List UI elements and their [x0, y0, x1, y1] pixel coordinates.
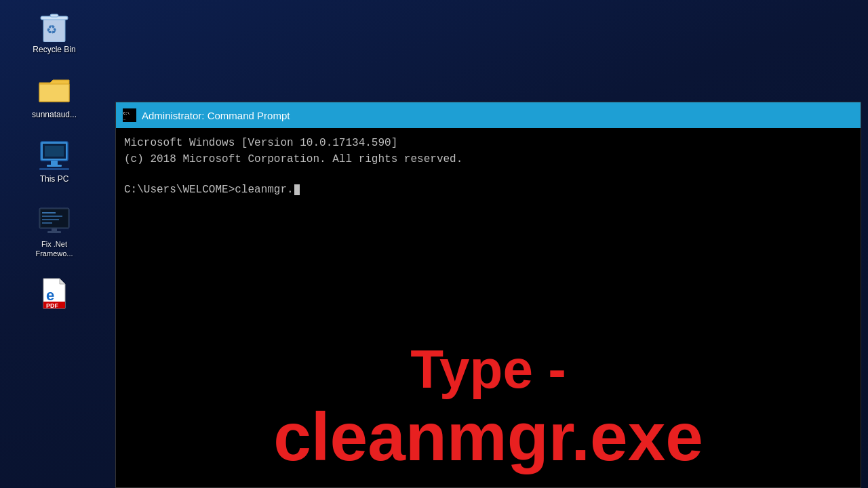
- svg-rect-8: [45, 146, 64, 157]
- recycle-bin-label: Recycle Bin: [33, 45, 75, 56]
- cmd-window-icon: C:\ _: [123, 108, 136, 122]
- svg-rect-11: [41, 209, 68, 227]
- cmd-line-3: [124, 167, 852, 184]
- fix-net-label: Fix .Net Framewo...: [26, 239, 82, 259]
- svg-rect-2: [50, 14, 58, 17]
- cmd-body[interactable]: Microsoft Windows [Version 10.0.17134.59…: [116, 128, 861, 487]
- this-pc-icon[interactable]: This PC: [24, 136, 85, 188]
- recycle-bin-icon[interactable]: ♻ Recycle Bin: [24, 7, 85, 58]
- svg-rect-7: [47, 165, 62, 167]
- ie-pdf-image: e PDF: [38, 277, 71, 310]
- cmd-line-1: Microsoft Windows [Version 10.0.17134.59…: [124, 135, 852, 151]
- fix-net-image: [38, 204, 71, 237]
- cmd-cursor: [294, 184, 300, 195]
- cmd-line-2: (c) 2018 Microsoft Corporation. All righ…: [124, 151, 852, 167]
- cmd-titlebar[interactable]: C:\ _ Administrator: Command Prompt: [116, 102, 861, 128]
- svg-rect-9: [39, 168, 69, 170]
- desktop-icon-area: ♻ Recycle Bin sunnataud...: [0, 0, 108, 488]
- folder-label: sunnataud...: [32, 110, 77, 121]
- svg-text:e: e: [46, 287, 54, 304]
- svg-rect-13: [42, 216, 62, 217]
- folder-image: [38, 75, 71, 107]
- overlay-container: Type - cleanmgr.exe: [116, 340, 861, 474]
- svg-rect-15: [42, 222, 52, 224]
- this-pc-label: This PC: [40, 174, 69, 185]
- recycle-bin-image: ♻: [38, 9, 71, 42]
- svg-rect-16: [52, 228, 57, 231]
- svg-rect-6: [51, 161, 58, 165]
- this-pc-image: [38, 139, 71, 171]
- svg-text:C:\: C:\: [123, 112, 130, 116]
- folder-icon[interactable]: sunnataud...: [24, 72, 85, 123]
- svg-rect-17: [47, 231, 61, 233]
- desktop: ♻ Recycle Bin sunnataud...: [0, 0, 868, 488]
- cmd-title-text: Administrator: Command Prompt: [142, 110, 290, 121]
- cmd-window[interactable]: C:\ _ Administrator: Command Prompt Micr…: [115, 102, 861, 488]
- svg-rect-14: [42, 219, 59, 220]
- svg-text:PDF: PDF: [46, 302, 59, 309]
- svg-rect-12: [42, 212, 56, 214]
- ie-pdf-icon[interactable]: e PDF: [24, 274, 85, 315]
- cmd-prompt-text: C:\Users\WELCOME>cleanmgr.: [124, 184, 294, 196]
- overlay-line1: Type -: [116, 340, 861, 399]
- cmd-prompt-line: C:\Users\WELCOME>cleanmgr.: [124, 184, 852, 196]
- fix-net-icon[interactable]: Fix .Net Framewo...: [24, 201, 85, 262]
- overlay-line2: cleanmgr.exe: [116, 399, 861, 474]
- svg-text:♻: ♻: [46, 23, 57, 37]
